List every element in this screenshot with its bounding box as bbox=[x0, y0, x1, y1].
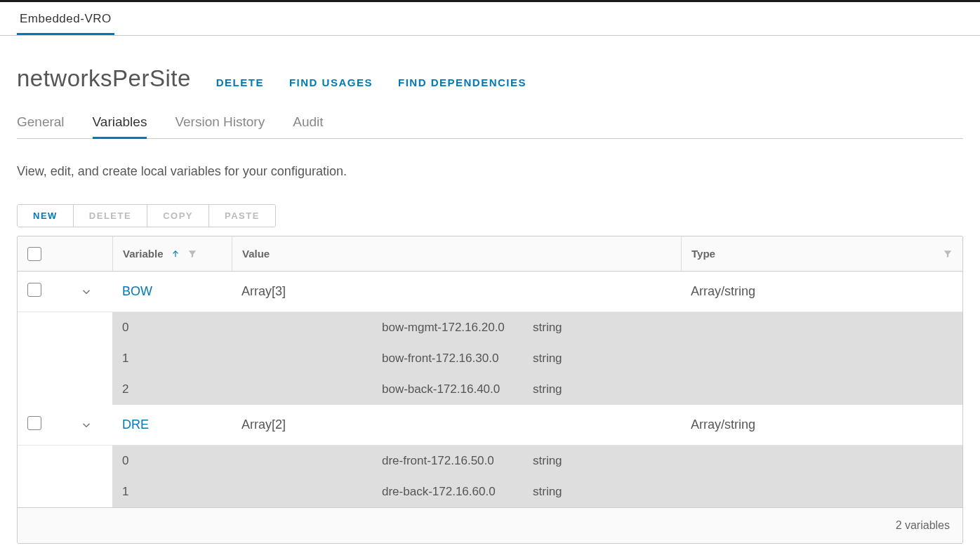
variables-table: Variable Value Type BOWArray[3]Array/str… bbox=[17, 236, 963, 544]
tab-audit[interactable]: Audit bbox=[293, 114, 323, 138]
column-type-label: Type bbox=[691, 248, 715, 260]
indent-spacer bbox=[18, 312, 112, 405]
sub-index: 2 bbox=[112, 374, 232, 405]
column-value[interactable]: Value bbox=[232, 236, 681, 271]
tab-general[interactable]: General bbox=[17, 114, 65, 138]
column-type[interactable]: Type bbox=[681, 236, 962, 271]
row-checkbox[interactable] bbox=[27, 416, 41, 430]
find-usages-action[interactable]: FIND USAGES bbox=[289, 76, 373, 88]
expand-header bbox=[60, 236, 112, 271]
row-checkbox[interactable] bbox=[27, 283, 41, 297]
delete-button[interactable]: DELETE bbox=[74, 205, 147, 227]
sub-value: bow-front-172.16.30.0 bbox=[372, 343, 523, 374]
table-body: BOWArray[3]Array/string0bow-mgmt-172.16.… bbox=[18, 272, 962, 507]
variable-link[interactable]: DRE bbox=[112, 417, 232, 432]
tabs: General Variables Version History Audit bbox=[17, 114, 963, 139]
variable-value: Array[3] bbox=[232, 284, 681, 299]
tab-variables[interactable]: Variables bbox=[93, 114, 147, 139]
chevron-down-icon[interactable] bbox=[60, 286, 112, 298]
tab-version-history[interactable]: Version History bbox=[175, 114, 265, 138]
select-all-cell bbox=[18, 236, 60, 271]
sub-rows: 0bow-mgmt-172.16.20.0string1bow-front-17… bbox=[18, 312, 962, 405]
select-all-checkbox[interactable] bbox=[27, 247, 41, 261]
sort-asc-icon[interactable] bbox=[171, 249, 180, 259]
sub-type: string bbox=[523, 374, 962, 405]
sub-blank bbox=[232, 476, 372, 507]
sub-index: 0 bbox=[112, 446, 232, 476]
delete-action[interactable]: DELETE bbox=[216, 76, 264, 88]
filter-icon[interactable] bbox=[943, 249, 953, 259]
sub-index: 1 bbox=[112, 343, 232, 374]
find-dependencies-action[interactable]: FIND DEPENDENCIES bbox=[398, 76, 527, 88]
column-variable[interactable]: Variable bbox=[112, 236, 232, 271]
sub-value: dre-back-172.16.60.0 bbox=[372, 476, 523, 507]
table-header: Variable Value Type bbox=[18, 236, 962, 272]
table-footer: 2 variables bbox=[18, 507, 962, 543]
sub-value: bow-mgmt-172.16.20.0 bbox=[372, 312, 523, 343]
toolbar: NEW DELETE COPY PASTE bbox=[17, 204, 276, 227]
sub-index: 1 bbox=[112, 476, 232, 507]
sub-blank bbox=[232, 446, 372, 476]
table-row: BOWArray[3]Array/string bbox=[18, 272, 962, 312]
row-select bbox=[18, 283, 60, 300]
sub-blank bbox=[232, 374, 372, 405]
new-button[interactable]: NEW bbox=[18, 205, 74, 227]
sub-blank bbox=[232, 312, 372, 343]
sub-type: string bbox=[523, 446, 962, 476]
page-title: networksPerSite bbox=[17, 65, 191, 92]
sub-index: 0 bbox=[112, 312, 232, 343]
variable-value: Array[2] bbox=[232, 417, 681, 432]
sub-value: dre-front-172.16.50.0 bbox=[372, 446, 523, 476]
table-row: DREArray[2]Array/string bbox=[18, 405, 962, 446]
sub-type: string bbox=[523, 343, 962, 374]
sub-type: string bbox=[523, 476, 962, 507]
breadcrumb-item[interactable]: Embedded-VRO bbox=[17, 11, 114, 35]
variable-link[interactable]: BOW bbox=[112, 284, 232, 299]
paste-button[interactable]: PASTE bbox=[209, 205, 275, 227]
variable-type: Array/string bbox=[681, 417, 962, 432]
variable-type: Array/string bbox=[681, 284, 962, 299]
column-value-label: Value bbox=[242, 248, 270, 260]
sub-value: bow-back-172.16.40.0 bbox=[372, 374, 523, 405]
indent-spacer bbox=[18, 446, 112, 507]
copy-button[interactable]: COPY bbox=[147, 205, 209, 227]
row-select bbox=[18, 416, 60, 434]
sub-blank bbox=[232, 343, 372, 374]
chevron-down-icon[interactable] bbox=[60, 419, 112, 432]
sub-type: string bbox=[523, 312, 962, 343]
column-variable-label: Variable bbox=[123, 248, 164, 260]
sub-rows: 0dre-front-172.16.50.0string1dre-back-17… bbox=[18, 446, 962, 507]
breadcrumb: Embedded-VRO bbox=[0, 2, 980, 36]
tab-description: View, edit, and create local variables f… bbox=[17, 164, 963, 179]
filter-icon[interactable] bbox=[187, 249, 197, 259]
